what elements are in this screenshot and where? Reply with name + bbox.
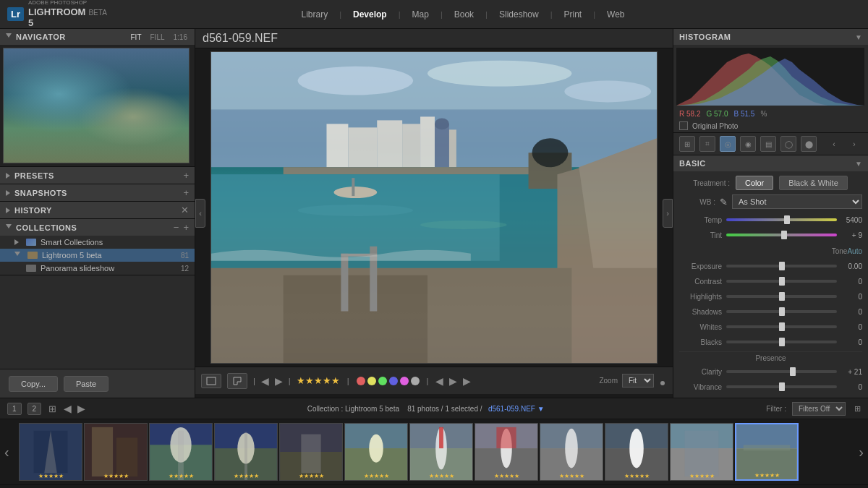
nav-print[interactable]: Print bbox=[553, 0, 594, 29]
eyedropper-icon[interactable]: ✎ bbox=[720, 197, 728, 207]
right-panel-toggle[interactable]: › bbox=[663, 199, 673, 228]
thumb-8[interactable]: ★★★★★ bbox=[475, 423, 538, 481]
smart-collections-item[interactable]: Smart Collections bbox=[0, 236, 195, 249]
snapshots-header[interactable]: Snapshots + bbox=[0, 184, 195, 201]
blacks-handle[interactable] bbox=[779, 338, 785, 346]
page-2-btn[interactable]: 2 bbox=[27, 403, 42, 415]
filmstrip-next-arrow[interactable]: ▶ bbox=[77, 403, 85, 414]
nav-image[interactable] bbox=[3, 48, 190, 163]
view-mode-btn[interactable] bbox=[201, 374, 221, 388]
thumb-1[interactable]: ★★★★★ bbox=[19, 423, 82, 481]
thumb-5[interactable]: ★★★★★ bbox=[279, 423, 343, 481]
history-clear[interactable]: ✕ bbox=[181, 205, 189, 215]
play-btn[interactable]: ▶ bbox=[463, 375, 471, 387]
next-arrow[interactable]: ▶ bbox=[275, 375, 283, 387]
filmstrip-left-nav[interactable]: ‹ bbox=[4, 444, 9, 461]
yellow-dot[interactable] bbox=[367, 377, 376, 385]
gray-dot[interactable] bbox=[411, 377, 420, 385]
tint-handle[interactable] bbox=[781, 231, 787, 239]
shadows-slider[interactable] bbox=[726, 310, 837, 313]
nav-develop[interactable]: Develop bbox=[341, 0, 399, 29]
histogram-header[interactable]: Histogram ▼ bbox=[673, 29, 868, 45]
filmstrip-filename[interactable]: d561-059.NEF bbox=[488, 405, 535, 413]
filmstrip-right-nav[interactable]: › bbox=[859, 444, 864, 461]
panorama-item[interactable]: Panorama slideshow 12 bbox=[0, 262, 195, 275]
temp-handle[interactable] bbox=[784, 215, 790, 224]
blacks-slider[interactable] bbox=[726, 341, 837, 343]
bw-btn[interactable]: Black & White bbox=[779, 176, 847, 190]
color-btn[interactable]: Color bbox=[736, 176, 773, 190]
backward-arrow[interactable]: ◀ bbox=[435, 375, 443, 387]
right-nav-icon[interactable]: › bbox=[846, 136, 862, 152]
filmstrip-settings[interactable]: ⊞ bbox=[854, 404, 861, 414]
original-photo-checkbox[interactable] bbox=[679, 121, 688, 130]
clarity-slider[interactable] bbox=[726, 370, 837, 373]
whites-handle[interactable] bbox=[779, 322, 785, 331]
star-rating[interactable]: ★★★★★ bbox=[297, 375, 340, 386]
thumb-4[interactable]: ★★★★★ bbox=[214, 423, 278, 481]
collections-minus[interactable]: − bbox=[174, 223, 179, 232]
paste-button[interactable]: Paste bbox=[64, 376, 109, 392]
nav-library[interactable]: Library bbox=[289, 0, 339, 29]
exposure-slider[interactable] bbox=[726, 265, 837, 267]
thumb-2[interactable]: ★★★★★ bbox=[84, 423, 148, 481]
contrast-handle[interactable] bbox=[779, 277, 785, 286]
nav-zoom[interactable]: 1:16 bbox=[172, 33, 189, 41]
thumb-10[interactable]: ★★★★★ bbox=[605, 423, 668, 481]
thumb-7[interactable]: ★★★★★ bbox=[409, 423, 473, 481]
shadows-handle[interactable] bbox=[779, 307, 785, 316]
collections-add[interactable]: + bbox=[183, 223, 189, 232]
highlights-slider[interactable] bbox=[726, 295, 837, 298]
nav-map[interactable]: Map bbox=[401, 0, 441, 29]
exposure-handle[interactable] bbox=[779, 262, 785, 270]
thumb-11[interactable]: ★★★★★ bbox=[670, 423, 733, 481]
heal-tool[interactable]: ◎ bbox=[720, 136, 736, 152]
clarity-handle[interactable] bbox=[790, 367, 796, 376]
lr5-collection-item[interactable]: Lightroom 5 beta 81 bbox=[0, 249, 195, 262]
collections-header[interactable]: Collections − + bbox=[0, 219, 195, 236]
flags-btn[interactable] bbox=[227, 373, 247, 389]
highlights-handle[interactable] bbox=[779, 292, 785, 301]
nav-slideshow[interactable]: Slideshow bbox=[488, 0, 550, 29]
filter-select[interactable]: Filters Off Flagged Rated bbox=[792, 402, 846, 416]
radial-tool[interactable]: ◯ bbox=[780, 136, 796, 152]
presets-header[interactable]: Presets + bbox=[0, 167, 195, 184]
whites-slider[interactable] bbox=[726, 325, 837, 328]
page-1-btn[interactable]: 1 bbox=[7, 403, 22, 415]
brush-tool[interactable]: ⬤ bbox=[801, 136, 817, 152]
left-panel-toggle[interactable]: ‹ bbox=[195, 199, 205, 228]
prev-arrow[interactable]: ◀ bbox=[261, 375, 269, 387]
left-nav-icon[interactable]: ‹ bbox=[826, 136, 842, 152]
grad-tool[interactable]: ▤ bbox=[760, 136, 776, 152]
purple-dot[interactable] bbox=[400, 377, 409, 385]
forward-arrow[interactable]: ▶ bbox=[449, 375, 457, 387]
main-image[interactable] bbox=[210, 51, 658, 364]
temp-slider[interactable] bbox=[726, 218, 837, 221]
tint-slider[interactable] bbox=[726, 234, 837, 236]
red-dot[interactable] bbox=[357, 377, 365, 385]
nav-fill[interactable]: FILL bbox=[149, 33, 166, 41]
grid-tool[interactable]: ⊞ bbox=[679, 136, 695, 152]
green-dot[interactable] bbox=[378, 377, 387, 385]
thumb-9[interactable]: ★★★★★ bbox=[540, 423, 603, 481]
snapshots-add[interactable]: + bbox=[183, 188, 189, 197]
redeye-tool[interactable]: ◉ bbox=[740, 136, 756, 152]
wb-select[interactable]: As Shot Auto Daylight Cloudy Shade Custo… bbox=[732, 194, 862, 209]
thumb-12[interactable]: ★★★★★ bbox=[735, 423, 799, 481]
zoom-select[interactable]: Fit Fill 1:1 bbox=[622, 374, 654, 388]
basic-header[interactable]: Basic ▼ bbox=[673, 155, 868, 171]
thumb-6[interactable]: ★★★★★ bbox=[344, 423, 408, 481]
history-header[interactable]: History ✕ bbox=[0, 202, 195, 218]
crop-tool[interactable]: ⌗ bbox=[699, 136, 715, 152]
grid-view-btn[interactable]: ⊞ bbox=[48, 403, 56, 414]
vibrance-handle[interactable] bbox=[779, 382, 785, 391]
nav-book[interactable]: Book bbox=[443, 0, 485, 29]
blue-dot[interactable] bbox=[389, 377, 398, 385]
copy-button[interactable]: Copy... bbox=[9, 376, 58, 392]
nav-fit[interactable]: FIT bbox=[129, 33, 143, 41]
contrast-slider[interactable] bbox=[726, 280, 837, 283]
navigator-header[interactable]: Navigator FIT FILL 1:16 bbox=[0, 29, 195, 45]
auto-link[interactable]: Auto bbox=[847, 247, 862, 255]
thumb-3[interactable]: ★★★★★ bbox=[149, 423, 213, 481]
filmstrip-prev-arrow[interactable]: ◀ bbox=[64, 403, 72, 414]
